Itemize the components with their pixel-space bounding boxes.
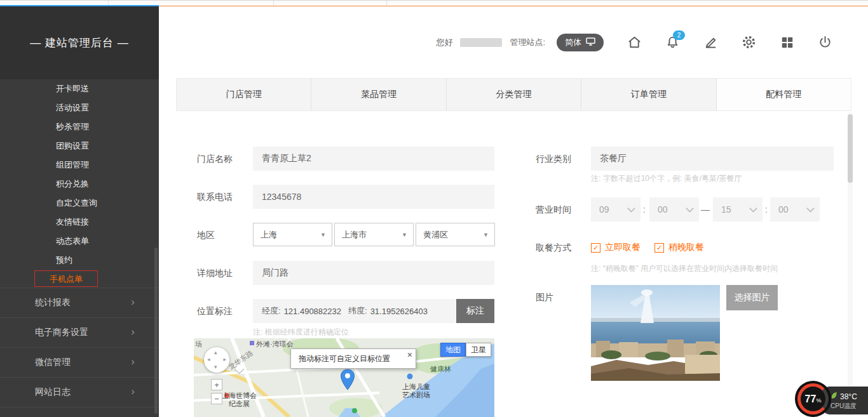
sidebar-item-flash-sale[interactable]: 秒杀管理	[0, 117, 159, 136]
sidebar-item-friendly-links[interactable]: 友情链接	[0, 213, 159, 232]
sidebar-section-site-logs[interactable]: 网站日志 ›	[0, 377, 159, 407]
coordinates-field[interactable]: 经度: 121.490882232 纬度: 31.1952626403	[253, 299, 456, 323]
chevron-right-icon: ›	[131, 326, 135, 338]
sidebar-item-group-management[interactable]: 组团管理	[0, 156, 159, 175]
map-type-map-button[interactable]: 地图	[440, 343, 466, 357]
caret-down-icon: ▼	[483, 232, 489, 238]
gauge-core: 77 %	[801, 387, 825, 411]
section-label: 微信管理	[35, 357, 71, 368]
notifications-button[interactable]: 2	[665, 35, 680, 50]
sidebar-scrollbar-thumb[interactable]	[154, 248, 158, 414]
settings-button[interactable]	[742, 35, 756, 50]
usage-gauge[interactable]: 77 %	[795, 381, 831, 417]
section-label: 网站日志	[35, 387, 71, 398]
caret-down-icon: ▼	[402, 232, 407, 238]
chevron-down-icon	[749, 204, 757, 213]
district-select[interactable]: 黄浦区 ▼	[416, 223, 495, 246]
city-select[interactable]: 上海市 ▼	[334, 223, 414, 246]
time-range-dash: —	[700, 197, 711, 222]
pickup-method-label: 取餐方式	[536, 235, 571, 260]
mark-location-button[interactable]: 标注	[456, 299, 494, 323]
map-pin-marker[interactable]	[340, 369, 355, 390]
map-label-theater-line2: 艺术剧场	[402, 391, 430, 399]
address-label: 详细地址	[197, 261, 233, 285]
map-label-park: 健康林	[430, 365, 451, 373]
browser-tab-divider	[386, 1, 387, 5]
monitor-icon	[586, 37, 595, 48]
sidebar-section-wechat-management[interactable]: 微信管理 ›	[0, 347, 159, 377]
top-header: 您好 管理站点: 简体 2	[159, 6, 868, 78]
time-colon: :	[643, 197, 646, 222]
pickup-option-later[interactable]: ✓ 稍晚取餐	[654, 235, 704, 260]
city-value: 上海市	[342, 229, 367, 241]
gear-icon	[742, 35, 756, 50]
location-label: 位置标注	[197, 299, 233, 323]
close-hour-value: 15	[721, 204, 731, 215]
store-name-input[interactable]: 青青原上草2	[253, 147, 494, 171]
sidebar-section-statistics-report[interactable]: 统计报表 ›	[0, 288, 159, 317]
map-label-expo-line1: 上海世博会	[222, 392, 257, 399]
map-widget[interactable]: 场 外滩·湾璟会 龙华东路 上海世博会纪念展 上海儿童艺术剧场 健康林 ▴ ▾ …	[194, 338, 494, 417]
close-minute-select[interactable]: 00	[770, 197, 820, 222]
main-content: 门店管理 菜品管理 分类管理 订单管理 配料管理 门店名称 青青原上草2 联系电…	[159, 78, 868, 417]
greeting-text: 您好	[436, 37, 452, 48]
content-scrollbar-thumb[interactable]	[848, 114, 853, 183]
sidebar-item-activity-settings[interactable]: 活动设置	[0, 98, 159, 117]
sidebar-item-dynamic-form[interactable]: 动态表单	[0, 232, 159, 251]
map-pan-control[interactable]: ▴ ▾ ◂ ▸	[204, 347, 229, 373]
sidebar-item-mobile-ordering[interactable]: 手机点单	[34, 270, 98, 287]
open-minute-value: 00	[658, 204, 668, 215]
language-label: 简体	[565, 37, 581, 48]
map-zoom-control: + −	[211, 379, 222, 407]
admin-page: — 建站管理后台 — 开卡即送 活动设置 秒杀管理 团购设置 组团管理 积分兑换…	[0, 0, 868, 417]
longitude-label: 经度:	[262, 305, 281, 317]
phone-input[interactable]: 12345678	[253, 185, 494, 209]
arrow-down-icon[interactable]: ▾	[214, 364, 217, 370]
close-icon[interactable]: ×	[407, 350, 412, 359]
edit-button[interactable]	[703, 35, 718, 50]
zoom-out-button[interactable]: −	[211, 393, 222, 404]
system-monitor-widget[interactable]: 38°C CPU温度 77 %	[795, 381, 868, 417]
apps-button[interactable]	[780, 35, 794, 50]
tab-order-management[interactable]: 订单管理	[581, 79, 715, 110]
pickup-option-immediate[interactable]: ✓ 立即取餐	[591, 235, 641, 260]
logout-button[interactable]	[818, 35, 832, 50]
power-icon	[818, 35, 832, 50]
industry-note: 注: 字数不超过10个字，例: 美食/粤菜/茶餐厅	[591, 173, 742, 184]
browser-tab-divider	[273, 1, 274, 5]
arrow-left-icon[interactable]: ◂	[207, 357, 210, 362]
pickup-option-later-label: 稍晚取餐	[668, 242, 704, 253]
close-minute-value: 00	[778, 204, 789, 215]
sidebar-item-custom-query[interactable]: 自定义查询	[0, 194, 159, 213]
sidebar-item-reservation[interactable]: 预约	[0, 251, 159, 270]
cpu-temp-value: 38°C	[840, 393, 857, 400]
industry-input[interactable]: 茶餐厅	[591, 147, 834, 171]
leaf-icon	[831, 392, 837, 401]
district-value: 黄浦区	[423, 229, 448, 241]
sidebar-item-points-exchange[interactable]: 积分兑换	[0, 175, 159, 194]
sidebar-item-open-card-gift[interactable]: 开卡即送	[0, 79, 159, 98]
tab-category-management[interactable]: 分类管理	[446, 79, 581, 110]
choose-image-button[interactable]: 选择图片	[726, 285, 778, 310]
checkbox-checked: ✓	[654, 243, 664, 253]
module-tabs: 门店管理 菜品管理 分类管理 订单管理 配料管理	[176, 78, 851, 111]
sidebar-section-ecommerce-settings[interactable]: 电子商务设置 ›	[0, 317, 159, 347]
open-minute-select[interactable]: 00	[649, 197, 699, 222]
close-hour-select[interactable]: 15	[713, 197, 763, 222]
longitude-value: 121.490882232	[284, 307, 341, 316]
map-type-satellite-button[interactable]: 卫星	[466, 343, 491, 357]
home-button[interactable]	[627, 35, 642, 50]
zoom-in-button[interactable]: +	[211, 379, 222, 390]
sidebar-item-groupbuy-settings[interactable]: 团购设置	[0, 136, 159, 156]
province-select[interactable]: 上海 ▼	[253, 223, 332, 246]
tab-dish-management[interactable]: 菜品管理	[311, 79, 445, 110]
tab-store-management[interactable]: 门店管理	[177, 79, 311, 110]
arrow-right-icon[interactable]: ▸	[223, 357, 226, 362]
arrow-up-icon[interactable]: ▴	[214, 350, 217, 355]
language-badge[interactable]: 简体	[557, 34, 604, 51]
gauge-ring: 77 %	[797, 383, 829, 414]
address-input[interactable]: 局门路	[253, 261, 494, 285]
open-hour-select[interactable]: 09	[591, 197, 641, 222]
chevron-down-icon	[686, 204, 694, 213]
tab-ingredient-management[interactable]: 配料管理	[716, 79, 851, 110]
